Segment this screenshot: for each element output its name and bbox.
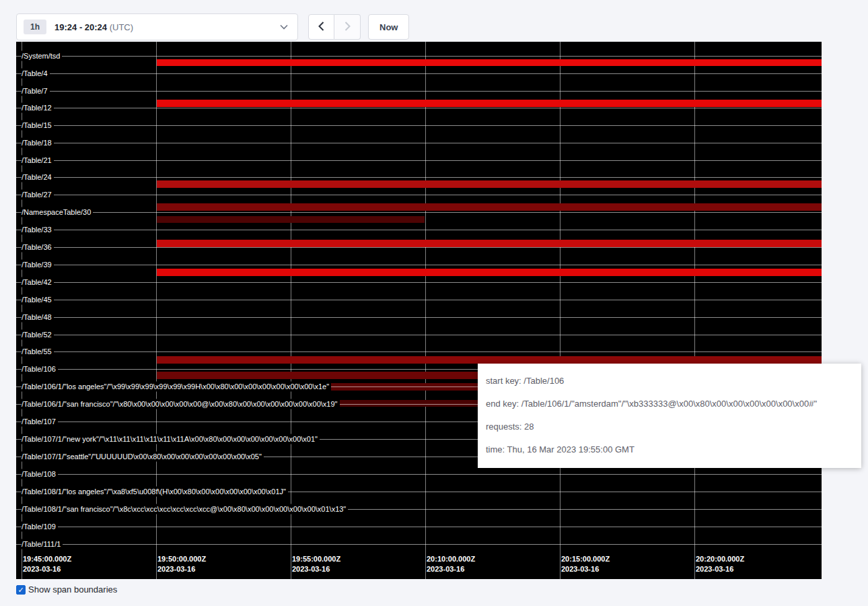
chevron-right-icon bbox=[345, 22, 351, 33]
span-key-label: /Table/39 bbox=[22, 260, 54, 270]
span-key-label: /System/tsd bbox=[22, 51, 62, 61]
span-key-label: /Table/111/1 bbox=[22, 539, 63, 549]
timezone-label: (UTC) bbox=[110, 22, 133, 32]
heat-band[interactable] bbox=[157, 59, 822, 66]
span-key-label: /Table/12 bbox=[22, 103, 54, 113]
span-boundary-line bbox=[16, 265, 822, 265]
span-key-label: /Table/107 bbox=[22, 417, 58, 427]
span-boundary-line bbox=[16, 282, 822, 283]
span-key-label: /Table/33 bbox=[22, 225, 54, 235]
tooltip-time: time: Thu, 16 Mar 2023 19:55:00 GMT bbox=[486, 444, 846, 455]
span-boundary-line bbox=[16, 91, 822, 92]
span-boundary-line bbox=[16, 230, 822, 230]
span-key-label: /Table/108 bbox=[22, 469, 58, 479]
time-axis-label: 20:10:00.000Z2023-03-16 bbox=[427, 554, 475, 574]
time-gridline bbox=[560, 42, 560, 579]
span-key-label: /Table/106/1/"los angeles"/"\x99\x99\x99… bbox=[22, 382, 331, 392]
span-key-label: /Table/55 bbox=[22, 347, 54, 357]
span-key-label: /Table/106/1/"san francisco"/"\x80\x00\x… bbox=[22, 399, 340, 409]
span-key-label: /Table/108/1/"san francisco"/"\x8c\xcc\x… bbox=[22, 504, 348, 514]
span-key-label: /Table/106 bbox=[22, 364, 58, 374]
chevron-down-icon bbox=[280, 24, 288, 30]
span-key-label: /Table/108/1/"los angeles"/"\xa8\xf5\u00… bbox=[22, 487, 288, 497]
span-boundary-line bbox=[16, 317, 822, 318]
time-gridline bbox=[156, 42, 157, 579]
span-boundary-line bbox=[16, 177, 822, 178]
time-gridline bbox=[425, 42, 426, 579]
span-key-label: /Table/52 bbox=[22, 330, 54, 340]
time-axis-label: 19:55:00.000Z2023-03-16 bbox=[292, 554, 340, 574]
span-boundary-line bbox=[16, 527, 822, 527]
heat-band[interactable] bbox=[157, 180, 822, 188]
heat-band[interactable] bbox=[157, 216, 425, 223]
span-boundary-line bbox=[16, 195, 822, 195]
span-key-label: /Table/42 bbox=[22, 277, 54, 288]
checkbox-label: Show span boundaries bbox=[28, 584, 117, 595]
span-key-label: /Table/48 bbox=[22, 312, 54, 323]
span-boundary-line bbox=[16, 335, 822, 335]
span-key-label: /Table/7 bbox=[22, 86, 50, 96]
span-tooltip: start key: /Table/106 end key: /Table/10… bbox=[478, 364, 861, 468]
span-key-label: /Table/4 bbox=[22, 69, 50, 79]
show-span-boundaries-toggle[interactable]: ✓ Show span boundaries bbox=[16, 584, 117, 595]
tooltip-requests: requests: 28 bbox=[486, 422, 846, 432]
heat-band[interactable] bbox=[157, 356, 822, 364]
tooltip-start-key: start key: /Table/106 bbox=[486, 376, 846, 386]
span-key-label: /Table/27 bbox=[22, 190, 54, 200]
time-axis-label: 20:15:00.000Z2023-03-16 bbox=[561, 554, 610, 574]
keyvis-canvas[interactable]: /System/tsd/Table/4/Table/7/Table/12/Tab… bbox=[16, 42, 822, 579]
time-range-select[interactable]: 1h 19:24 - 20:24 (UTC) bbox=[16, 13, 298, 40]
span-boundary-line bbox=[16, 56, 822, 57]
span-boundary-line bbox=[16, 474, 822, 475]
heat-band[interactable] bbox=[157, 203, 822, 211]
span-key-label: /Table/36 bbox=[22, 242, 54, 252]
time-range-label: 19:24 - 20:24 (UTC) bbox=[55, 22, 133, 32]
span-key-label: /Table/18 bbox=[22, 138, 54, 148]
span-boundary-line bbox=[16, 143, 822, 143]
span-key-label: /Table/107/1/"seattle"/"UUUUUUD\x00\x80\… bbox=[22, 452, 264, 462]
time-axis-label: 19:50:00.000Z2023-03-16 bbox=[157, 554, 206, 574]
span-boundary-line bbox=[16, 544, 822, 545]
checkbox-checked-icon[interactable]: ✓ bbox=[16, 585, 26, 595]
span-boundary-line bbox=[16, 108, 822, 108]
heat-band[interactable] bbox=[157, 269, 822, 276]
span-key-label: /Table/109 bbox=[22, 522, 58, 532]
time-range-value: 19:24 - 20:24 bbox=[55, 22, 107, 32]
span-key-label: /Table/107/1/"new york"/"\x11\x11\x11\x1… bbox=[22, 434, 320, 444]
span-boundary-line bbox=[16, 212, 822, 213]
time-gridline bbox=[694, 42, 695, 579]
span-boundary-line bbox=[16, 247, 822, 248]
time-gridline bbox=[291, 42, 291, 579]
span-boundary-line bbox=[16, 351, 822, 352]
span-key-label: /NamespaceTable/30 bbox=[22, 207, 93, 217]
span-key-label: /Table/45 bbox=[22, 295, 54, 305]
span-boundary-line bbox=[16, 125, 822, 126]
heat-band[interactable] bbox=[157, 100, 822, 107]
heat-band[interactable] bbox=[157, 240, 822, 247]
chevron-left-icon bbox=[318, 22, 324, 33]
tooltip-end-key: end key: /Table/106/1/"amsterdam"/"\xb33… bbox=[486, 399, 846, 409]
time-nav-group bbox=[308, 14, 361, 40]
time-axis-label: 19:45:00.000Z2023-03-16 bbox=[23, 554, 71, 574]
now-button[interactable]: Now bbox=[368, 14, 409, 40]
time-axis-label: 20:20:00.000Z2023-03-16 bbox=[696, 554, 744, 574]
duration-badge: 1h bbox=[24, 20, 46, 34]
span-key-label: /Table/21 bbox=[22, 156, 54, 166]
span-boundary-line bbox=[16, 160, 822, 161]
prev-time-button[interactable] bbox=[308, 14, 334, 40]
span-boundary-line bbox=[16, 73, 822, 74]
span-boundary-line bbox=[16, 300, 822, 300]
span-key-label: /Table/15 bbox=[22, 121, 54, 131]
next-time-button[interactable] bbox=[334, 14, 361, 40]
toolbar: 1h 19:24 - 20:24 (UTC) Now bbox=[16, 13, 409, 40]
span-key-label: /Table/24 bbox=[22, 172, 54, 182]
